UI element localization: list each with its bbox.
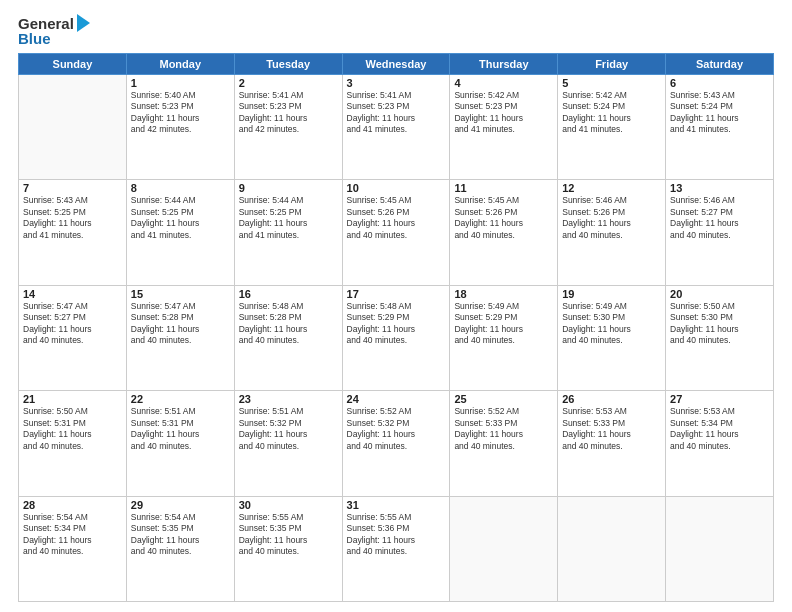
day-info: Sunrise: 5:43 AMSunset: 5:24 PMDaylight:… bbox=[670, 90, 769, 136]
day-number: 24 bbox=[347, 393, 446, 405]
calendar-cell: 10Sunrise: 5:45 AMSunset: 5:26 PMDayligh… bbox=[342, 180, 450, 285]
calendar-cell: 25Sunrise: 5:52 AMSunset: 5:33 PMDayligh… bbox=[450, 391, 558, 496]
day-info: Sunrise: 5:49 AMSunset: 5:30 PMDaylight:… bbox=[562, 301, 661, 347]
day-number: 17 bbox=[347, 288, 446, 300]
day-number: 30 bbox=[239, 499, 338, 511]
week-row-3: 14Sunrise: 5:47 AMSunset: 5:27 PMDayligh… bbox=[19, 285, 774, 390]
logo-arrow-icon bbox=[77, 14, 90, 32]
calendar-cell: 1Sunrise: 5:40 AMSunset: 5:23 PMDaylight… bbox=[126, 75, 234, 180]
day-number: 12 bbox=[562, 182, 661, 194]
day-info: Sunrise: 5:44 AMSunset: 5:25 PMDaylight:… bbox=[131, 195, 230, 241]
week-row-1: 1Sunrise: 5:40 AMSunset: 5:23 PMDaylight… bbox=[19, 75, 774, 180]
weekday-header-tuesday: Tuesday bbox=[234, 54, 342, 75]
calendar-cell: 15Sunrise: 5:47 AMSunset: 5:28 PMDayligh… bbox=[126, 285, 234, 390]
day-number: 23 bbox=[239, 393, 338, 405]
calendar-cell: 9Sunrise: 5:44 AMSunset: 5:25 PMDaylight… bbox=[234, 180, 342, 285]
day-number: 6 bbox=[670, 77, 769, 89]
calendar-cell: 24Sunrise: 5:52 AMSunset: 5:32 PMDayligh… bbox=[342, 391, 450, 496]
weekday-header-friday: Friday bbox=[558, 54, 666, 75]
day-number: 25 bbox=[454, 393, 553, 405]
day-number: 14 bbox=[23, 288, 122, 300]
calendar-cell: 18Sunrise: 5:49 AMSunset: 5:29 PMDayligh… bbox=[450, 285, 558, 390]
calendar-cell: 30Sunrise: 5:55 AMSunset: 5:35 PMDayligh… bbox=[234, 496, 342, 601]
day-info: Sunrise: 5:51 AMSunset: 5:32 PMDaylight:… bbox=[239, 406, 338, 452]
day-number: 7 bbox=[23, 182, 122, 194]
day-number: 16 bbox=[239, 288, 338, 300]
calendar-cell bbox=[19, 75, 127, 180]
day-number: 26 bbox=[562, 393, 661, 405]
calendar-cell: 3Sunrise: 5:41 AMSunset: 5:23 PMDaylight… bbox=[342, 75, 450, 180]
day-info: Sunrise: 5:46 AMSunset: 5:26 PMDaylight:… bbox=[562, 195, 661, 241]
day-info: Sunrise: 5:55 AMSunset: 5:35 PMDaylight:… bbox=[239, 512, 338, 558]
day-number: 27 bbox=[670, 393, 769, 405]
day-info: Sunrise: 5:48 AMSunset: 5:28 PMDaylight:… bbox=[239, 301, 338, 347]
day-info: Sunrise: 5:50 AMSunset: 5:31 PMDaylight:… bbox=[23, 406, 122, 452]
calendar-cell bbox=[666, 496, 774, 601]
day-info: Sunrise: 5:50 AMSunset: 5:30 PMDaylight:… bbox=[670, 301, 769, 347]
week-row-2: 7Sunrise: 5:43 AMSunset: 5:25 PMDaylight… bbox=[19, 180, 774, 285]
day-info: Sunrise: 5:48 AMSunset: 5:29 PMDaylight:… bbox=[347, 301, 446, 347]
day-number: 2 bbox=[239, 77, 338, 89]
calendar-cell bbox=[558, 496, 666, 601]
weekday-header-monday: Monday bbox=[126, 54, 234, 75]
calendar-cell: 16Sunrise: 5:48 AMSunset: 5:28 PMDayligh… bbox=[234, 285, 342, 390]
day-info: Sunrise: 5:44 AMSunset: 5:25 PMDaylight:… bbox=[239, 195, 338, 241]
calendar-cell: 13Sunrise: 5:46 AMSunset: 5:27 PMDayligh… bbox=[666, 180, 774, 285]
header: General Blue bbox=[18, 10, 774, 47]
calendar-cell: 22Sunrise: 5:51 AMSunset: 5:31 PMDayligh… bbox=[126, 391, 234, 496]
calendar-cell: 7Sunrise: 5:43 AMSunset: 5:25 PMDaylight… bbox=[19, 180, 127, 285]
day-info: Sunrise: 5:40 AMSunset: 5:23 PMDaylight:… bbox=[131, 90, 230, 136]
calendar-cell: 21Sunrise: 5:50 AMSunset: 5:31 PMDayligh… bbox=[19, 391, 127, 496]
day-number: 29 bbox=[131, 499, 230, 511]
day-number: 15 bbox=[131, 288, 230, 300]
day-info: Sunrise: 5:46 AMSunset: 5:27 PMDaylight:… bbox=[670, 195, 769, 241]
calendar-cell: 23Sunrise: 5:51 AMSunset: 5:32 PMDayligh… bbox=[234, 391, 342, 496]
calendar-cell: 19Sunrise: 5:49 AMSunset: 5:30 PMDayligh… bbox=[558, 285, 666, 390]
calendar-cell: 4Sunrise: 5:42 AMSunset: 5:23 PMDaylight… bbox=[450, 75, 558, 180]
calendar-cell: 6Sunrise: 5:43 AMSunset: 5:24 PMDaylight… bbox=[666, 75, 774, 180]
day-info: Sunrise: 5:45 AMSunset: 5:26 PMDaylight:… bbox=[347, 195, 446, 241]
day-info: Sunrise: 5:42 AMSunset: 5:24 PMDaylight:… bbox=[562, 90, 661, 136]
day-number: 31 bbox=[347, 499, 446, 511]
day-info: Sunrise: 5:52 AMSunset: 5:33 PMDaylight:… bbox=[454, 406, 553, 452]
day-info: Sunrise: 5:53 AMSunset: 5:34 PMDaylight:… bbox=[670, 406, 769, 452]
day-info: Sunrise: 5:47 AMSunset: 5:27 PMDaylight:… bbox=[23, 301, 122, 347]
day-info: Sunrise: 5:54 AMSunset: 5:35 PMDaylight:… bbox=[131, 512, 230, 558]
calendar-cell: 12Sunrise: 5:46 AMSunset: 5:26 PMDayligh… bbox=[558, 180, 666, 285]
day-info: Sunrise: 5:49 AMSunset: 5:29 PMDaylight:… bbox=[454, 301, 553, 347]
calendar-cell: 31Sunrise: 5:55 AMSunset: 5:36 PMDayligh… bbox=[342, 496, 450, 601]
day-number: 10 bbox=[347, 182, 446, 194]
logo: General Blue bbox=[18, 14, 90, 47]
day-number: 21 bbox=[23, 393, 122, 405]
day-info: Sunrise: 5:41 AMSunset: 5:23 PMDaylight:… bbox=[347, 90, 446, 136]
calendar-cell: 28Sunrise: 5:54 AMSunset: 5:34 PMDayligh… bbox=[19, 496, 127, 601]
day-number: 13 bbox=[670, 182, 769, 194]
day-info: Sunrise: 5:54 AMSunset: 5:34 PMDaylight:… bbox=[23, 512, 122, 558]
week-row-5: 28Sunrise: 5:54 AMSunset: 5:34 PMDayligh… bbox=[19, 496, 774, 601]
day-number: 18 bbox=[454, 288, 553, 300]
day-info: Sunrise: 5:55 AMSunset: 5:36 PMDaylight:… bbox=[347, 512, 446, 558]
calendar-cell bbox=[450, 496, 558, 601]
page: General Blue SundayMondayTuesdayWednesda… bbox=[0, 0, 792, 612]
calendar-cell: 20Sunrise: 5:50 AMSunset: 5:30 PMDayligh… bbox=[666, 285, 774, 390]
logo-general: General bbox=[18, 15, 74, 32]
weekday-header-wednesday: Wednesday bbox=[342, 54, 450, 75]
calendar-cell: 29Sunrise: 5:54 AMSunset: 5:35 PMDayligh… bbox=[126, 496, 234, 601]
weekday-header-sunday: Sunday bbox=[19, 54, 127, 75]
calendar-cell: 8Sunrise: 5:44 AMSunset: 5:25 PMDaylight… bbox=[126, 180, 234, 285]
day-info: Sunrise: 5:45 AMSunset: 5:26 PMDaylight:… bbox=[454, 195, 553, 241]
calendar-cell: 2Sunrise: 5:41 AMSunset: 5:23 PMDaylight… bbox=[234, 75, 342, 180]
day-info: Sunrise: 5:43 AMSunset: 5:25 PMDaylight:… bbox=[23, 195, 122, 241]
weekday-header-row: SundayMondayTuesdayWednesdayThursdayFrid… bbox=[19, 54, 774, 75]
day-info: Sunrise: 5:53 AMSunset: 5:33 PMDaylight:… bbox=[562, 406, 661, 452]
day-info: Sunrise: 5:47 AMSunset: 5:28 PMDaylight:… bbox=[131, 301, 230, 347]
week-row-4: 21Sunrise: 5:50 AMSunset: 5:31 PMDayligh… bbox=[19, 391, 774, 496]
day-info: Sunrise: 5:42 AMSunset: 5:23 PMDaylight:… bbox=[454, 90, 553, 136]
calendar-cell: 26Sunrise: 5:53 AMSunset: 5:33 PMDayligh… bbox=[558, 391, 666, 496]
calendar-cell: 5Sunrise: 5:42 AMSunset: 5:24 PMDaylight… bbox=[558, 75, 666, 180]
day-number: 1 bbox=[131, 77, 230, 89]
day-number: 8 bbox=[131, 182, 230, 194]
calendar-cell: 27Sunrise: 5:53 AMSunset: 5:34 PMDayligh… bbox=[666, 391, 774, 496]
day-number: 20 bbox=[670, 288, 769, 300]
day-number: 4 bbox=[454, 77, 553, 89]
